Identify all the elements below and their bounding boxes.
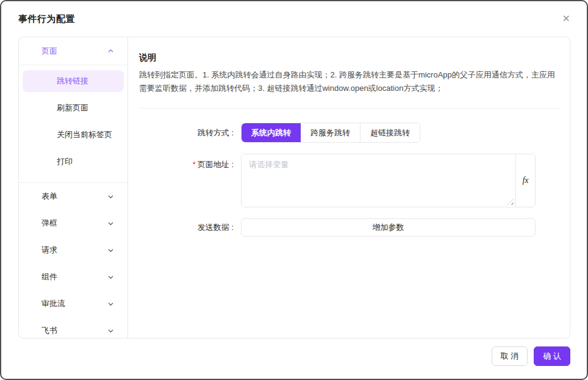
sidebar-item-refresh-page[interactable]: 刷新页面 bbox=[23, 97, 124, 119]
fx-icon: fx bbox=[522, 176, 528, 185]
sidebar-item-close-current-tab[interactable]: 关闭当前标签页 bbox=[23, 124, 124, 146]
sidebar-group-items: 跳转链接 刷新页面 关闭当前标签页 打印 bbox=[19, 65, 127, 183]
add-param-button[interactable]: 增加参数 bbox=[241, 218, 536, 237]
sidebar-group-label: 飞书 bbox=[41, 325, 57, 336]
sidebar-group-header-approval-flow[interactable]: 审批流 bbox=[19, 290, 127, 317]
section-description: 跳转到指定页面。1. 系统内跳转会通过自身路由实现；2. 跨服务跳转主要是基于m… bbox=[139, 68, 559, 95]
sidebar-item-print[interactable]: 打印 bbox=[23, 151, 124, 173]
main-panel: 说明 跳转到指定页面。1. 系统内跳转会通过自身路由实现；2. 跨服务跳转主要是… bbox=[128, 37, 570, 338]
sidebar-group-header-page[interactable]: 页面 bbox=[19, 37, 127, 65]
page-address-row: *页面地址 : fx bbox=[139, 154, 559, 207]
sidebar-item-label: 跳转链接 bbox=[57, 76, 88, 87]
sidebar-item-label: 刷新页面 bbox=[57, 102, 88, 113]
sidebar-group-label: 组件 bbox=[41, 271, 57, 282]
page-address-label-text: 页面地址 : bbox=[198, 160, 234, 169]
sidebar-group-header-component[interactable]: 组件 bbox=[19, 263, 127, 290]
required-mark: * bbox=[193, 160, 196, 169]
dialog-header: 事件行为配置 ✕ bbox=[1, 1, 587, 37]
dialog-title: 事件行为配置 bbox=[18, 13, 75, 25]
segment-cross-service-jump[interactable]: 跨服务跳转 bbox=[301, 123, 360, 142]
jump-method-label: 跳转方式 : bbox=[139, 127, 241, 138]
page-address-input-group: fx bbox=[241, 154, 536, 207]
divider bbox=[139, 108, 559, 109]
cancel-button[interactable]: 取 消 bbox=[492, 346, 528, 366]
sidebar-group-label: 页面 bbox=[41, 46, 57, 57]
jump-method-segmented: 系统内跳转 跨服务跳转 超链接跳转 bbox=[241, 123, 420, 143]
chevron-down-icon bbox=[107, 274, 114, 281]
sidebar-item-label: 打印 bbox=[57, 156, 73, 167]
dialog-body: 页面 跳转链接 刷新页面 关闭当前标签页 打 bbox=[18, 37, 570, 339]
jump-method-row: 跳转方式 : 系统内跳转 跨服务跳转 超链接跳转 bbox=[139, 123, 559, 143]
page-address-label: *页面地址 : bbox=[139, 154, 241, 170]
send-data-row: 发送数据 : 增加参数 bbox=[139, 218, 559, 237]
chevron-down-icon bbox=[107, 328, 114, 334]
segment-system-jump[interactable]: 系统内跳转 bbox=[242, 123, 301, 142]
chevron-down-icon bbox=[107, 247, 114, 254]
sidebar-group-header-request[interactable]: 请求 bbox=[19, 237, 127, 263]
segment-hyperlink-jump[interactable]: 超链接跳转 bbox=[360, 123, 420, 142]
send-data-label: 发送数据 : bbox=[139, 222, 241, 233]
confirm-button[interactable]: 确 认 bbox=[534, 346, 570, 366]
fx-button[interactable]: fx bbox=[516, 154, 535, 207]
sidebar-group-label: 审批流 bbox=[41, 298, 65, 309]
section-title: 说明 bbox=[139, 52, 559, 63]
sidebar-group-label: 弹框 bbox=[41, 218, 57, 229]
sidebar-group-header-popup[interactable]: 弹框 bbox=[19, 210, 127, 237]
page-address-input[interactable] bbox=[242, 154, 515, 207]
page-address-textarea-wrap bbox=[242, 154, 516, 207]
chevron-up-icon bbox=[107, 48, 114, 54]
event-behavior-config-dialog: 事件行为配置 ✕ 页面 跳转链接 刷新页面 bbox=[0, 0, 588, 380]
sidebar-group-page: 页面 跳转链接 刷新页面 关闭当前标签页 打 bbox=[19, 37, 127, 183]
sidebar-group-label: 请求 bbox=[41, 245, 57, 256]
close-icon[interactable]: ✕ bbox=[562, 14, 570, 24]
sidebar-group-header-form[interactable]: 表单 bbox=[19, 183, 127, 210]
sidebar-group-header-feishu[interactable]: 飞书 bbox=[19, 317, 127, 338]
jump-config-form: 跳转方式 : 系统内跳转 跨服务跳转 超链接跳转 *页面地址 : bbox=[139, 123, 559, 237]
chevron-down-icon bbox=[107, 301, 114, 307]
chevron-down-icon bbox=[107, 220, 114, 227]
dialog-footer: 取 消 确 认 bbox=[492, 346, 570, 366]
chevron-down-icon bbox=[107, 193, 114, 200]
sidebar-item-label: 关闭当前标签页 bbox=[57, 129, 112, 140]
sidebar: 页面 跳转链接 刷新页面 关闭当前标签页 打 bbox=[19, 37, 128, 338]
sidebar-group-label: 表单 bbox=[41, 191, 57, 202]
sidebar-item-jump-link[interactable]: 跳转链接 bbox=[23, 70, 124, 92]
